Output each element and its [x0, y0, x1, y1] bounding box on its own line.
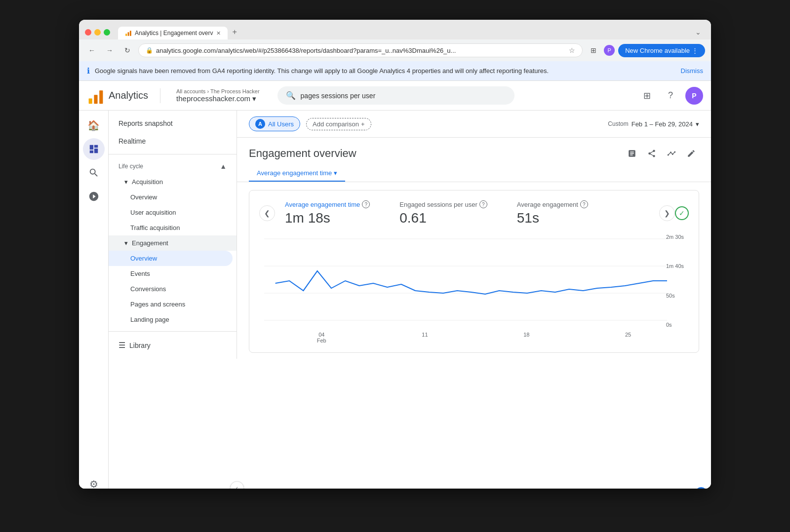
y-label-top: 2m 30s — [666, 234, 684, 240]
acquisition-label: Acquisition — [132, 178, 163, 186]
tab-overview-label: Average engagement time ▾ — [257, 169, 337, 177]
add-comparison-label: Add comparison — [313, 120, 359, 128]
dismiss-button[interactable]: Dismiss — [681, 67, 704, 75]
date-custom-label: Custom — [608, 120, 628, 127]
share-button[interactable] — [644, 146, 660, 161]
info-banner-text: Google signals have been removed from GA… — [95, 67, 676, 75]
metric2-value: 0.61 — [399, 210, 487, 226]
tab-overview[interactable]: Average engagement time ▾ — [249, 165, 345, 182]
app-title: Analytics — [109, 90, 148, 101]
engagement-label: Engagement — [132, 239, 168, 247]
sidebar-divider-2 — [109, 331, 237, 332]
sidebar-item-library[interactable]: ☰ Library — [109, 336, 237, 355]
save-view-button[interactable] — [624, 146, 640, 161]
search-icon: 🔍 — [286, 91, 296, 100]
reload-button[interactable]: ↻ — [120, 43, 134, 57]
sidebar-item-eng-overview[interactable]: Overview — [109, 251, 233, 266]
account-selector[interactable]: theprocesshacker.com ▾ — [176, 94, 260, 103]
segment-avatar: A — [255, 119, 265, 129]
nav-home-button[interactable]: 🏠 — [83, 114, 105, 136]
info-icon: ℹ — [87, 66, 90, 76]
sidebar-item-traffic-acquisition[interactable]: Traffic acquisition — [109, 220, 237, 235]
nav-advertising-button[interactable] — [83, 186, 105, 207]
lifecycle-collapse-icon: ▲ — [220, 162, 227, 170]
new-tab-button[interactable]: + — [228, 25, 242, 39]
metrics-prev-button[interactable]: ❮ — [259, 205, 275, 221]
divider — [160, 88, 160, 103]
help-button[interactable]: ? — [662, 87, 679, 105]
chart-svg — [264, 234, 684, 328]
sidebar-item-acq-overview[interactable]: Overview — [109, 190, 237, 205]
nav-reports-button[interactable] — [83, 138, 105, 160]
apps-button[interactable]: ⊞ — [638, 87, 656, 105]
nav-explore-button[interactable] — [83, 162, 105, 184]
account-nav: All accounts › The Process Hacker thepro… — [176, 88, 260, 103]
add-comparison-button[interactable]: Add comparison + — [306, 118, 371, 130]
back-button[interactable]: ← — [85, 43, 99, 57]
user-avatar[interactable]: P — [685, 87, 703, 105]
svg-rect-3 — [89, 98, 92, 104]
chart-container: 2m 30s 1m 40s 50s 0s — [259, 234, 689, 342]
metric3-label: Average engagement ? — [517, 200, 588, 208]
tab-close-button[interactable]: ✕ — [216, 30, 221, 37]
fullscreen-button[interactable] — [104, 29, 110, 36]
chrome-menu-icon: ⋮ — [692, 47, 698, 54]
minimize-button[interactable] — [94, 29, 101, 36]
header-search[interactable]: 🔍 — [277, 86, 514, 105]
sidebar-item-acquisition[interactable]: ▾ Acquisition — [109, 174, 237, 190]
overview-header: Engagement overview — [237, 138, 711, 165]
tab-title: Analytics | Engagement overv — [135, 30, 213, 37]
sidebar-wrapper: Reports snapshot Realtime Life cycle ▲ ▾… — [109, 111, 237, 489]
sidebar-item-pages-screens[interactable]: Pages and screens — [109, 297, 237, 312]
sidebar-item-reports-snapshot[interactable]: Reports snapshot — [109, 114, 237, 132]
close-button[interactable] — [85, 29, 91, 36]
sidebar-item-landing-page[interactable]: Landing page — [109, 312, 237, 327]
metrics-next-button[interactable]: ❯ — [659, 205, 675, 221]
segment-chip[interactable]: A All Users — [249, 116, 300, 131]
traffic-lights — [85, 29, 110, 36]
y-label-mid: 50s — [666, 293, 684, 299]
chart-y-labels: 2m 30s 1m 40s 50s 0s — [666, 234, 684, 328]
date-range-selector[interactable]: Custom Feb 1 – Feb 29, 2024 ▾ — [608, 120, 699, 128]
forward-button[interactable]: → — [103, 43, 117, 57]
sidebar-item-events[interactable]: Events — [109, 266, 237, 281]
profile-button[interactable]: P — [602, 43, 616, 57]
svg-rect-1 — [128, 32, 129, 36]
edit-button[interactable] — [683, 146, 699, 161]
header-actions: ⊞ ? P — [638, 87, 703, 105]
address-bar[interactable]: 🔒 analytics.google.com/analytics/web/#/p… — [138, 43, 583, 57]
realtime-label: Realtime — [118, 137, 146, 145]
metric-avg-engagement-time: Average engagement time ? 1m 18s — [285, 200, 370, 226]
search-input[interactable] — [301, 92, 506, 100]
metric2-help-icon[interactable]: ? — [479, 200, 487, 208]
spinner — [695, 487, 707, 489]
reports-snapshot-label: Reports snapshot — [118, 119, 173, 127]
extensions-button[interactable]: ⊞ — [587, 43, 600, 57]
left-icon-nav: 🏠 ⚙ — [79, 111, 109, 489]
svg-rect-2 — [130, 31, 131, 36]
sidebar-item-user-acquisition[interactable]: User acquisition — [109, 205, 237, 220]
active-tab[interactable]: Analytics | Engagement overv ✕ — [118, 27, 228, 39]
y-label-bottom: 0s — [666, 322, 684, 328]
info-banner: ℹ Google signals have been removed from … — [79, 61, 711, 81]
lifecycle-section-header[interactable]: Life cycle ▲ — [109, 158, 237, 174]
sidebar-divider-1 — [109, 154, 237, 154]
metric3-help-icon[interactable]: ? — [580, 200, 588, 208]
browser-navbar: ← → ↻ 🔒 analytics.google.com/analytics/w… — [79, 39, 711, 61]
new-chrome-button[interactable]: New Chrome available ⋮ — [618, 44, 705, 57]
content-area: A All Users Add comparison + Custom Feb … — [237, 111, 711, 489]
engagement-expand-icon: ▾ — [124, 239, 128, 247]
sidebar-item-conversions[interactable]: Conversions — [109, 281, 237, 297]
metrics-values: Average engagement time ? 1m 18s Engaged… — [275, 200, 659, 226]
filters-bar: A All Users Add comparison + Custom Feb … — [237, 111, 711, 138]
metric-avg-engagement: Average engagement ? 51s — [517, 200, 588, 226]
lock-icon: 🔒 — [146, 47, 153, 54]
trend-button[interactable] — [664, 146, 679, 161]
sidebar-item-realtime[interactable]: Realtime — [109, 132, 237, 150]
metric1-help-icon[interactable]: ? — [362, 200, 370, 208]
settings-button[interactable]: ⚙ — [83, 473, 105, 489]
metrics-check-icon: ✓ — [675, 206, 689, 220]
sidebar-item-engagement[interactable]: ▾ Engagement — [109, 235, 237, 251]
library-label: Library — [129, 342, 151, 349]
library-icon: ☰ — [118, 341, 125, 350]
